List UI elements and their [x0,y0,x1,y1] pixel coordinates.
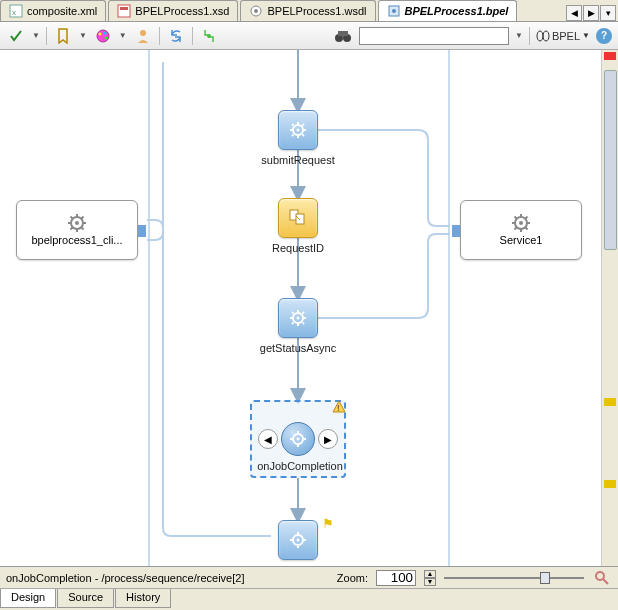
svg-text:!: ! [337,403,340,413]
monitor-button[interactable] [199,26,219,46]
dropdown-icon[interactable]: ▼ [32,31,40,40]
partner-label: bpelprocess1_cli... [31,234,122,246]
bookmark-button[interactable] [53,26,73,46]
search-input[interactable] [359,27,509,45]
svg-point-8 [97,30,109,42]
view-tab-history[interactable]: History [115,589,171,608]
gear-icon [512,214,530,232]
svg-line-26 [82,228,84,230]
svg-point-13 [207,34,211,38]
svg-line-51 [303,135,305,137]
partner-connector-icon[interactable] [138,225,146,237]
zoom-spin-up[interactable]: ▲ [424,570,436,578]
warning-icon: ! [332,400,346,414]
vertical-scrollbar[interactable] [601,50,618,566]
svg-line-63 [303,323,305,325]
tab-prev-button[interactable]: ◀ [566,5,582,21]
svg-line-27 [82,217,84,219]
tab-composite-xml[interactable]: x composite.xml [0,0,106,21]
scrollbar-thumb[interactable] [604,70,617,250]
refresh-partners-button[interactable] [166,26,186,46]
step-next-button[interactable]: ▶ [318,429,338,449]
editor-tab-bar: x composite.xml BPELProcess1.xsd BPELPro… [0,0,618,22]
binoculars-icon[interactable] [333,26,353,46]
zoom-label: Zoom: [337,572,368,584]
partner-link-service1[interactable]: Service1 [460,200,582,260]
overview-marker-error[interactable] [604,52,616,60]
gear-icon [289,531,307,549]
activity-on-job-completion[interactable]: ◀ ▶ ! onJobCompletion [250,400,346,478]
svg-rect-2 [118,5,130,17]
tab-nav-controls: ◀ ▶ ▾ [566,5,616,21]
svg-rect-55 [296,214,304,224]
design-canvas[interactable]: bpelprocess1_cli... Service1 [0,50,600,566]
svg-line-65 [292,323,294,325]
svg-line-35 [515,217,517,219]
activity-submit-request[interactable] [278,110,318,150]
tab-next-button[interactable]: ▶ [583,5,599,21]
activity-reply[interactable] [278,520,318,560]
tab-list-button[interactable]: ▾ [600,5,616,21]
svg-point-17 [537,31,543,41]
svg-point-30 [519,221,523,225]
svg-point-57 [297,317,300,320]
overview-marker-warning[interactable] [604,480,616,488]
svg-line-62 [292,312,294,314]
partner-connector-icon[interactable] [452,225,460,237]
svg-point-74 [297,539,300,542]
step-prev-button[interactable]: ◀ [258,429,278,449]
palette-button[interactable] [93,26,113,46]
zoom-input[interactable] [376,570,416,586]
activity-label: submitRequest [258,154,338,166]
bpel-mode-label[interactable]: BPEL ▼ [536,30,590,42]
activity-label: getStatusAsync [255,342,341,354]
svg-text:x: x [12,8,16,17]
activity-label: RequestID [268,242,328,254]
xsd-file-icon [117,4,131,18]
svg-point-79 [596,572,604,580]
svg-line-28 [71,228,73,230]
view-tab-source[interactable]: Source [57,589,114,608]
flag-icon: ⚑ [322,516,334,531]
dropdown-icon[interactable]: ▼ [119,31,127,40]
activity-get-status-async[interactable] [278,298,318,338]
svg-line-50 [292,124,294,126]
svg-point-5 [254,9,258,13]
partner-link-client[interactable]: bpelprocess1_cli... [16,200,138,260]
svg-point-11 [104,36,107,39]
activity-request-id[interactable] [278,198,318,238]
wsdl-file-icon [249,4,263,18]
overview-marker-warning[interactable] [604,398,616,406]
dropdown-icon[interactable]: ▼ [79,31,87,40]
dropdown-icon[interactable]: ▼ [515,31,523,40]
svg-line-53 [292,135,294,137]
person-button[interactable] [133,26,153,46]
tab-wsdl[interactable]: BPELProcess1.wsdl [240,0,375,21]
svg-line-37 [526,217,528,219]
zoom-spin-down[interactable]: ▼ [424,578,436,586]
zoom-slider[interactable] [444,570,584,586]
tab-xsd[interactable]: BPELProcess1.xsd [108,0,238,21]
svg-point-67 [297,438,300,441]
status-bar: onJobCompletion - /process/sequence/rece… [0,566,618,588]
tab-label: BPELProcess1.xsd [135,5,229,17]
fit-to-window-button[interactable] [592,568,612,588]
svg-line-38 [515,228,517,230]
help-icon[interactable]: ? [596,28,612,44]
slider-thumb[interactable] [540,572,550,584]
svg-point-45 [297,129,300,132]
svg-line-52 [303,124,305,126]
tab-bpel[interactable]: BPELProcess1.bpel [378,0,518,21]
view-tab-design[interactable]: Design [0,589,56,608]
validate-button[interactable] [6,26,26,46]
svg-rect-3 [120,7,128,10]
tab-label: BPELProcess1.bpel [405,5,509,17]
tab-label: BPELProcess1.wsdl [267,5,366,17]
gear-icon [289,309,307,327]
svg-line-25 [71,217,73,219]
editor-view-tabs: Design Source History [0,588,618,608]
design-canvas-wrap: bpelprocess1_cli... Service1 [0,50,618,566]
svg-line-36 [526,228,528,230]
svg-line-64 [303,312,305,314]
gear-icon [289,121,307,139]
